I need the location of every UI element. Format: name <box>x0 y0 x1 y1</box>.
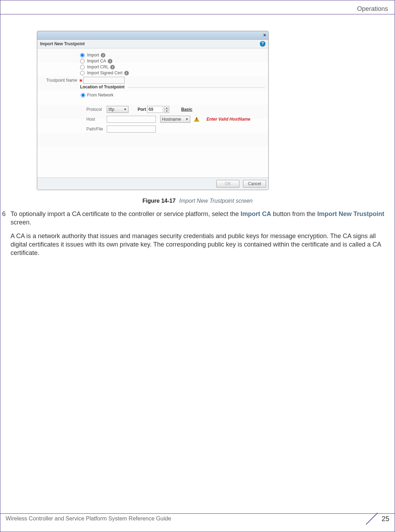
host-input[interactable] <box>107 116 156 123</box>
header-section: Operations <box>357 5 388 13</box>
step-para-2: A CA is a network authority that issues … <box>11 232 393 257</box>
path-label: Path/File <box>86 127 105 132</box>
ok-button[interactable]: OK <box>216 180 239 188</box>
basic-link[interactable]: Basic <box>181 107 192 112</box>
figure-caption: Figure 14-17 Import New Trustpoint scree… <box>0 198 395 204</box>
radio-import-ca-label: Import CA <box>87 59 106 63</box>
spinner-up-icon[interactable]: ▲ <box>165 106 169 110</box>
step-number: 6 <box>2 210 7 257</box>
page-number: 25 <box>382 515 389 523</box>
spinner-down-icon[interactable]: ▼ <box>165 110 169 113</box>
info-icon[interactable]: i <box>101 53 105 58</box>
header-rule <box>0 14 395 14</box>
port-input[interactable] <box>147 106 163 113</box>
trustpoint-name-label: Trustpoint Name <box>41 78 79 83</box>
dialog-titlebar: × <box>37 31 268 40</box>
chevron-down-icon: ▼ <box>124 108 127 111</box>
info-icon[interactable]: i <box>108 59 112 63</box>
dialog-footer: OK Cancel <box>37 177 268 190</box>
host-error-text: Enter Valid HostName <box>206 117 250 122</box>
radio-import-label: Import <box>87 53 99 58</box>
protocol-select[interactable]: tftp ▼ <box>107 106 129 113</box>
info-icon[interactable]: i <box>124 71 129 75</box>
cancel-button[interactable]: Cancel <box>243 180 266 188</box>
dialog-title-text: Import New Trustpoint <box>40 41 85 46</box>
radio-import-ca[interactable] <box>80 59 85 63</box>
protocol-label: Protocol <box>86 107 105 112</box>
path-input[interactable] <box>107 126 156 133</box>
port-stepper[interactable]: ▲ ▼ <box>164 106 169 113</box>
import-type-radios: Import i Import CA i Import CRL i Import… <box>80 53 265 75</box>
dialog-title: Import New Trustpoint ? <box>37 40 268 48</box>
figure-text: Import New Trustpoint screen <box>179 198 253 204</box>
step-6: 6 To optionally import a CA certificate … <box>0 210 395 257</box>
radio-import-signed[interactable] <box>80 71 85 75</box>
step-text-1: To optionally import a CA certificate to… <box>11 210 241 217</box>
port-label: Port <box>138 107 146 112</box>
corner-slash-icon <box>365 512 379 526</box>
host-label: Host <box>86 117 105 122</box>
hostname-select[interactable]: Hostname ▼ <box>160 116 190 123</box>
dialog-body: Import i Import CA i Import CRL i Import… <box>37 48 268 177</box>
chevron-down-icon: ▼ <box>185 117 189 121</box>
footer-doc-title: Wireless Controller and Service Platform… <box>6 516 171 522</box>
trustpoint-name-input[interactable] <box>83 77 125 84</box>
info-icon[interactable]: i <box>110 65 115 69</box>
radio-import[interactable] <box>80 53 85 58</box>
radio-import-signed-label: Import Signed Cert <box>87 70 123 75</box>
hostname-value: Hostname <box>162 117 181 122</box>
svg-line-0 <box>366 513 377 524</box>
step-text-3: screen. <box>11 219 31 226</box>
close-icon[interactable]: × <box>263 32 266 38</box>
import-ca-ref: Import CA <box>241 210 271 217</box>
import-new-trustpoint-ref: Import New Trustpoint <box>317 210 384 217</box>
radio-import-crl[interactable] <box>80 65 85 69</box>
location-legend: Location of Trustpoint <box>80 85 127 89</box>
location-fieldset: Location of Trustpoint From Network Prot… <box>80 87 265 133</box>
step-text-2: button from the <box>273 210 317 217</box>
required-star-icon: ★ <box>79 78 83 83</box>
warning-icon <box>194 117 199 122</box>
dialog: × Import New Trustpoint ? Import i Impor… <box>37 31 269 190</box>
from-network-label: From Network <box>87 93 113 97</box>
radio-import-crl-label: Import CRL <box>87 65 108 69</box>
radio-from-network[interactable] <box>81 93 85 97</box>
figure-number: Figure 14-17 <box>143 198 176 204</box>
help-icon[interactable]: ? <box>260 41 265 47</box>
footer: Wireless Controller and Service Platform… <box>6 512 389 526</box>
protocol-value: tftp <box>108 107 114 112</box>
